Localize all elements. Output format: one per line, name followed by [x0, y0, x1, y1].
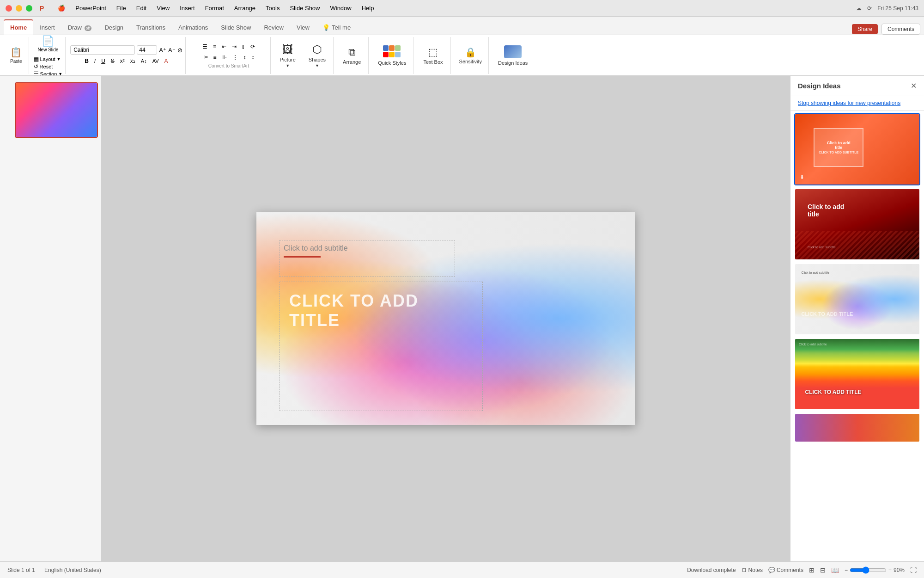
zoom-in-button[interactable]: +: [888, 567, 892, 573]
tab-view[interactable]: View: [290, 20, 316, 35]
design-card-2[interactable]: Click to addtitle Click to add subtitle: [794, 188, 920, 260]
section-chevron-icon: ▼: [58, 72, 62, 76]
design-card-3[interactable]: Click to add subtitle CLICK TO ADD TITLE: [794, 263, 920, 335]
minimize-window-button[interactable]: [16, 5, 22, 12]
menu-view[interactable]: View: [152, 4, 174, 12]
bold-button[interactable]: B: [82, 57, 91, 65]
italic-button[interactable]: I: [92, 57, 98, 65]
tab-home[interactable]: Home: [4, 19, 33, 35]
numbered-list-button[interactable]: ≡: [211, 43, 219, 51]
zoom-control[interactable]: − + 90%: [845, 566, 905, 574]
justify-button[interactable]: ⋮: [230, 53, 240, 61]
tab-insert[interactable]: Insert: [33, 20, 61, 35]
font-color-button[interactable]: A: [162, 57, 170, 65]
menu-tools[interactable]: Tools: [261, 4, 284, 12]
close-window-button[interactable]: [6, 5, 12, 12]
clear-format-button[interactable]: ⊘: [177, 47, 182, 54]
line-spacing-button[interactable]: ↕: [249, 53, 257, 61]
subtitle-placeholder: Click to add subtitle: [284, 244, 451, 252]
tab-transitions[interactable]: Transitions: [130, 20, 172, 35]
font-size-input[interactable]: [137, 45, 157, 55]
menu-slideshow[interactable]: Slide Show: [285, 4, 324, 12]
convert-smartart-button[interactable]: ⟳: [248, 43, 257, 51]
menu-help[interactable]: Help: [357, 4, 379, 12]
tab-tell-me[interactable]: 💡Tell me: [316, 20, 357, 35]
fit-to-window-button[interactable]: ⛶: [910, 566, 917, 574]
design-panel-title: Design Ideas: [798, 82, 841, 90]
menu-file[interactable]: File: [112, 4, 131, 12]
design-card-1[interactable]: Click to addtitleCLICK TO ADD SUBTITLE ⬇: [794, 113, 920, 185]
picture-button[interactable]: 🖼 Picture ▼: [275, 41, 300, 70]
strikethrough-button[interactable]: S: [109, 57, 117, 65]
menu-insert[interactable]: Insert: [175, 4, 200, 12]
text-direction-button[interactable]: ↕: [241, 53, 249, 61]
subtitle-textbox[interactable]: Click to add subtitle: [280, 240, 455, 277]
columns-button[interactable]: ⫿: [240, 43, 247, 51]
comments-button[interactable]: Comments: [881, 24, 920, 35]
text-box-button[interactable]: ⬚ Text Box: [419, 43, 447, 68]
window-controls[interactable]: [6, 5, 32, 12]
new-slide-button[interactable]: 📄 New Slide: [35, 35, 61, 54]
title-textbox[interactable]: CLICK TO ADD TITLE: [280, 282, 483, 411]
section-icon: ☰: [34, 71, 39, 76]
reading-view-button[interactable]: 📖: [831, 566, 839, 574]
tab-review[interactable]: Review: [257, 20, 290, 35]
arrange-icon: ⧉: [348, 46, 356, 58]
menu-window[interactable]: Window: [325, 4, 356, 12]
slide-sorter-button[interactable]: ⊟: [820, 566, 826, 574]
font-family-selector[interactable]: [70, 45, 135, 55]
underline-button[interactable]: U: [99, 57, 108, 65]
increase-indent-button[interactable]: ⇥: [230, 43, 239, 51]
design-card-4[interactable]: Click to add subtitle CLICK TO ADD TITLE: [794, 338, 920, 410]
notes-button[interactable]: 🗒 Notes: [742, 567, 763, 573]
design-card-5[interactable]: [794, 413, 920, 443]
tab-slideshow[interactable]: Slide Show: [214, 20, 257, 35]
arrange-button[interactable]: ⧉ Arrange: [338, 43, 365, 68]
quick-styles-button[interactable]: Quick Styles: [373, 43, 411, 68]
tab-design[interactable]: Design: [98, 20, 129, 35]
slide-thumbnail[interactable]: [15, 82, 98, 138]
normal-view-button[interactable]: ⊞: [809, 566, 815, 574]
menu-apple[interactable]: 🍎: [53, 4, 70, 12]
sensitivity-group: 🔒 Sensitivity: [453, 37, 489, 74]
slide-canvas[interactable]: Click to add subtitle CLICK TO ADD TITLE: [256, 212, 635, 425]
design-card-3-image: Click to add subtitle CLICK TO ADD TITLE: [795, 264, 919, 334]
decrease-indent-button[interactable]: ⇤: [219, 43, 229, 51]
align-left-button[interactable]: ⊫: [201, 53, 210, 61]
paste-button[interactable]: 📋 Paste: [6, 45, 26, 66]
align-right-button[interactable]: ⊪: [220, 53, 229, 61]
shapes-button[interactable]: ⬡ Shapes ▼: [304, 41, 330, 70]
char-spacing-button[interactable]: AV: [150, 57, 161, 65]
sensitivity-button[interactable]: 🔒 Sensitivity: [456, 44, 486, 67]
stop-showing-link[interactable]: Stop showing ideas for new presentations: [790, 96, 924, 111]
tab-animations[interactable]: Animations: [172, 20, 214, 35]
zoom-out-button[interactable]: −: [845, 567, 848, 573]
text-shadow-button[interactable]: A↕: [139, 57, 149, 65]
ribbon-toolbar: 📋 Paste 📄 New Slide ▦ Layout ▼ ↺ Reset ☰: [0, 35, 924, 76]
design-panel-close-button[interactable]: ✕: [911, 81, 917, 90]
increase-font-button[interactable]: A⁺: [159, 47, 166, 54]
menu-format[interactable]: Format: [201, 4, 229, 12]
design-ideas-toolbar-button[interactable]: Design Ideas: [493, 43, 532, 68]
superscript-button[interactable]: x²: [118, 57, 127, 65]
align-center-button[interactable]: ≡: [211, 53, 219, 61]
tab-draw[interactable]: Draw off: [61, 20, 98, 35]
fullscreen-window-button[interactable]: [26, 5, 32, 12]
section-button[interactable]: ☰ Section ▼: [34, 71, 63, 76]
comments-status-button[interactable]: 💬 Comments: [768, 567, 803, 573]
menu-powerpoint[interactable]: PowerPoint: [71, 4, 110, 12]
reset-button[interactable]: ↺ Reset: [34, 63, 63, 70]
layout-button[interactable]: ▦ Layout ▼: [34, 56, 63, 62]
insert-media-group: 🖼 Picture ▼ ⬡ Shapes ▼: [273, 37, 334, 74]
convert-smartart-label[interactable]: Convert to SmartArt: [208, 63, 249, 68]
font-group: A⁺ A⁻ ⊘ B I U S x² x₂ A↕ AV A: [67, 37, 185, 74]
zoom-slider[interactable]: [850, 566, 887, 574]
status-bar: Slide 1 of 1 English (United States) Dow…: [0, 561, 924, 578]
bullet-list-button[interactable]: ☰: [200, 43, 210, 51]
menu-arrange[interactable]: Arrange: [230, 4, 260, 12]
share-button[interactable]: Share: [852, 24, 878, 34]
menu-edit[interactable]: Edit: [132, 4, 151, 12]
statusbar-right: Download complete 🗒 Notes 💬 Comments ⊞ ⊟…: [687, 566, 917, 574]
subscript-button[interactable]: x₂: [128, 57, 138, 65]
decrease-font-button[interactable]: A⁻: [168, 47, 176, 54]
